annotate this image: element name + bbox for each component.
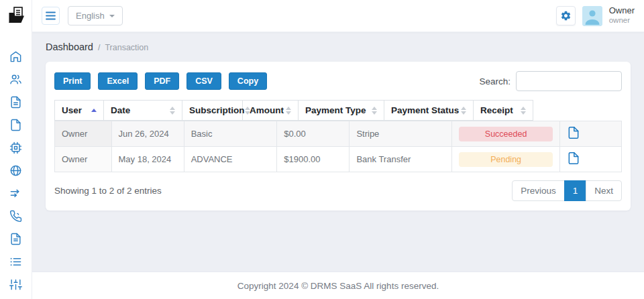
page-1-button[interactable]: 1 <box>564 180 587 201</box>
excel-button[interactable]: Excel <box>98 72 138 90</box>
cell-subscription: ADVANCE <box>184 147 277 172</box>
column-header-receipt[interactable]: Receipt <box>474 101 533 121</box>
sort-icon <box>372 107 377 115</box>
sort-asc-icon <box>91 109 97 112</box>
cell-subscription: Basic <box>184 121 277 147</box>
page-footer: Copyright 2024 © DRMS SaaS All rights re… <box>32 272 644 299</box>
sidebar-toggle-button[interactable] <box>42 7 60 25</box>
transaction-card: Print Excel PDF CSV Copy Search: User Da… <box>46 62 631 211</box>
chevron-down-icon <box>109 15 115 17</box>
user-avatar[interactable] <box>582 6 602 26</box>
document-icon[interactable] <box>9 233 22 245</box>
breadcrumb-separator: / <box>98 43 100 52</box>
breadcrumb-transaction: Transaction <box>105 43 148 52</box>
user-name: Owner <box>609 6 635 16</box>
sort-icon <box>170 107 175 115</box>
receipt-file-icon[interactable] <box>567 152 580 165</box>
sidebar-nav <box>0 32 32 291</box>
column-header-payment-type[interactable]: Payment Type <box>299 101 384 121</box>
gear-icon <box>560 10 572 21</box>
list-icon[interactable] <box>9 255 22 268</box>
language-label: English <box>76 11 105 21</box>
cell-amount: $1900.00 <box>277 147 350 172</box>
sort-icon <box>461 107 466 115</box>
user-role: owner <box>609 16 635 25</box>
column-header-amount[interactable]: Amount <box>243 101 299 121</box>
column-header-date[interactable]: Date <box>104 101 182 121</box>
open-folder-logo-icon <box>5 5 28 27</box>
menu-icon <box>46 11 56 20</box>
pdf-button[interactable]: PDF <box>145 72 179 90</box>
copyright-text: Copyright 2024 © DRMS SaaS All rights re… <box>237 281 439 291</box>
file-icon[interactable] <box>9 119 22 131</box>
entries-info: Showing 1 to 2 of 2 entries <box>54 186 162 196</box>
phone-icon[interactable] <box>9 210 22 223</box>
column-header-user[interactable]: User <box>55 101 104 121</box>
search-input[interactable] <box>516 71 622 91</box>
pagination: Previous 1 Next <box>512 180 622 201</box>
person-icon <box>582 6 602 26</box>
table-footer: Showing 1 to 2 of 2 entries Previous 1 N… <box>54 180 622 201</box>
status-badge: Pending <box>459 152 553 167</box>
csv-button[interactable]: CSV <box>186 72 221 90</box>
table-row: Owner Jun 26, 2024 Basic $0.00 Stripe Su… <box>55 121 622 147</box>
sidebar <box>0 0 32 299</box>
globe-icon[interactable] <box>9 164 22 177</box>
previous-page-button[interactable]: Previous <box>512 180 565 201</box>
cell-date: Jun 26, 2024 <box>111 121 184 147</box>
cell-receipt <box>559 147 621 172</box>
cell-user: Owner <box>55 121 112 147</box>
breadcrumb: Dashboard / Transaction <box>32 42 644 52</box>
cell-payment-status: Succeeded <box>452 121 560 147</box>
cpu-icon[interactable] <box>9 141 22 154</box>
language-dropdown[interactable]: English <box>68 6 123 25</box>
sort-icon <box>521 107 526 115</box>
main-content: Dashboard / Transaction Print Excel PDF … <box>32 32 644 272</box>
sort-icon <box>286 107 291 115</box>
home-icon[interactable] <box>9 50 22 63</box>
transaction-table-header: User Date Subscription Amount Payment Ty… <box>54 100 533 121</box>
next-page-button[interactable]: Next <box>586 180 622 201</box>
column-header-payment-status[interactable]: Payment Status <box>384 101 474 121</box>
app-logo[interactable] <box>0 0 32 32</box>
cell-user: Owner <box>55 147 112 172</box>
receipt-file-icon[interactable] <box>567 126 580 139</box>
transfer-arrows-icon[interactable] <box>9 187 22 200</box>
breadcrumb-dashboard[interactable]: Dashboard <box>46 42 93 52</box>
column-header-subscription[interactable]: Subscription <box>182 101 243 121</box>
cell-payment-type: Bank Transfer <box>350 147 452 172</box>
settings-button[interactable] <box>556 6 576 25</box>
search-label: Search: <box>479 76 511 86</box>
print-button[interactable]: Print <box>54 72 91 90</box>
sliders-icon[interactable] <box>9 278 22 291</box>
user-menu[interactable]: Owner owner <box>609 6 635 25</box>
cell-payment-type: Stripe <box>350 121 452 147</box>
table-row: Owner May 18, 2024 ADVANCE $1900.00 Bank… <box>55 147 622 172</box>
navbar-right: Owner owner <box>556 6 635 26</box>
cell-payment-status: Pending <box>452 147 560 172</box>
cell-date: May 18, 2024 <box>111 147 184 172</box>
search-area: Search: <box>479 71 622 91</box>
users-icon[interactable] <box>9 73 22 86</box>
cell-amount: $0.00 <box>277 121 350 147</box>
transaction-table-body: Owner Jun 26, 2024 Basic $0.00 Stripe Su… <box>54 121 622 172</box>
top-navbar: English Owner owner <box>32 0 644 32</box>
table-toolbar: Print Excel PDF CSV Copy Search: <box>54 71 622 91</box>
cell-receipt <box>559 121 621 147</box>
copy-button[interactable]: Copy <box>229 72 267 90</box>
file-text-icon[interactable] <box>9 96 22 109</box>
status-badge: Succeeded <box>459 127 553 141</box>
